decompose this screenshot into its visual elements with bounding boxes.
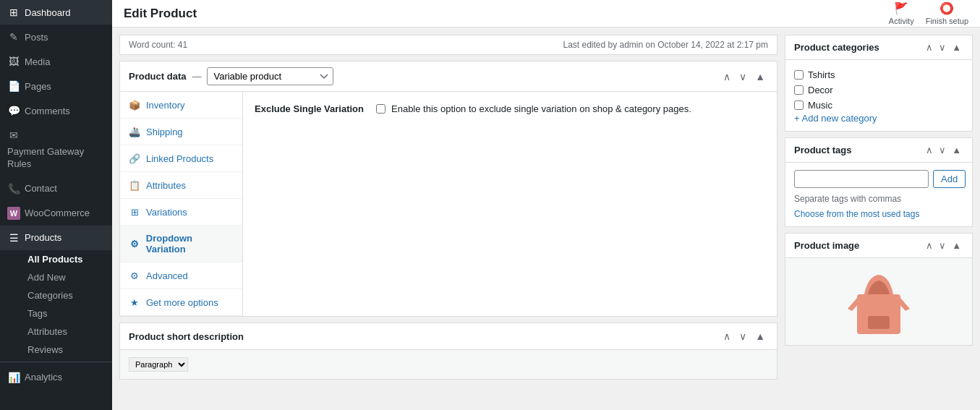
panel-nav: 📦 Inventory 🚢 Shipping 🔗 Linked Products <box>120 92 243 316</box>
page-title: Edit Product <box>124 7 197 21</box>
nav-item-dropdown-variation[interactable]: ⚙ Dropdown Variation <box>120 226 242 262</box>
sidebar-item-label: WooCommerce <box>25 208 90 218</box>
category-checkbox-music[interactable] <box>794 101 804 110</box>
tags-panel-header: Product tags ∧ ∨ ▲ <box>785 138 972 163</box>
linked-products-icon: 🔗 <box>129 153 140 164</box>
categories-up-button[interactable]: ∧ <box>924 41 935 54</box>
product-image-panel: Product image ∧ ∨ ▲ <box>785 233 973 346</box>
panel-down-button[interactable]: ∨ <box>736 69 749 84</box>
sidebar-item-contact[interactable]: 📞 Contact <box>0 176 112 201</box>
sidebar-item-dashboard[interactable]: ⊞ Dashboard <box>0 0 112 25</box>
panel-up-button[interactable]: ∧ <box>720 69 733 84</box>
nav-item-attributes[interactable]: 📋 Attributes <box>120 172 242 199</box>
short-description-body: Paragraph <box>120 350 777 379</box>
sidebar-divider <box>0 362 112 362</box>
add-new-category-link[interactable]: + Add new category <box>794 113 877 124</box>
nav-item-variations[interactable]: ⊞ Variations <box>120 199 242 226</box>
tags-up-button[interactable]: ∧ <box>924 144 935 156</box>
tags-panel-controls: ∧ ∨ ▲ <box>924 144 963 156</box>
tags-input[interactable] <box>794 170 929 188</box>
exclude-variation-label: Exclude Single Variation <box>255 103 370 114</box>
editor-format-select[interactable]: Paragraph <box>129 357 188 372</box>
short-desc-up-button[interactable]: ∧ <box>720 329 733 343</box>
main-area: Edit Product 🚩 Activity ⭕ Finish setup W… <box>112 0 980 410</box>
sidebar-item-products[interactable]: ☰ Products <box>0 226 112 250</box>
products-icon: ☰ <box>7 231 20 244</box>
payment-gateway-icon: ✉ <box>7 129 20 142</box>
sidebar-item-woocommerce[interactable]: W WooCommerce <box>0 201 112 226</box>
topbar-actions: 🚩 Activity ⭕ Finish setup <box>889 1 968 25</box>
product-image-placeholder[interactable] <box>785 258 972 345</box>
exclude-variation-text: Enable this option to exclude single var… <box>391 103 691 114</box>
sidebar-item-label: Media <box>25 56 50 67</box>
product-image-down-button[interactable]: ∨ <box>937 239 948 252</box>
variations-icon: ⊞ <box>129 206 140 218</box>
categories-expand-button[interactable]: ▲ <box>950 41 963 54</box>
shipping-icon: 🚢 <box>129 126 140 137</box>
exclude-variation-row: Exclude Single Variation Enable this opt… <box>255 103 765 114</box>
word-count-bar: Word count: 41 Last edited by admin on O… <box>119 35 777 55</box>
sidebar-sub-item-categories[interactable]: Categories <box>20 286 112 304</box>
sidebar-item-comments[interactable]: 💬 Comments <box>0 98 112 123</box>
right-sidebar: Product categories ∧ ∨ ▲ Tshirts Decor <box>785 35 973 403</box>
activity-label: Activity <box>889 17 914 25</box>
category-item-music: Music <box>794 98 963 113</box>
categories-down-button[interactable]: ∨ <box>937 41 948 54</box>
panel-body: 📦 Inventory 🚢 Shipping 🔗 Linked Products <box>120 92 777 316</box>
product-image-header: Product image ∧ ∨ ▲ <box>785 234 972 258</box>
nav-item-linked-products[interactable]: 🔗 Linked Products <box>120 145 242 172</box>
product-image-up-button[interactable]: ∧ <box>924 239 935 252</box>
finish-setup-button[interactable]: ⭕ Finish setup <box>926 1 968 25</box>
panel-controls: ∧ ∨ ▲ <box>720 69 768 84</box>
pages-icon: 📄 <box>7 80 20 93</box>
tags-expand-button[interactable]: ▲ <box>950 144 963 156</box>
sidebar-item-payment-gateway-rules[interactable]: ✉ Payment Gateway Rules <box>0 123 112 176</box>
tags-down-button[interactable]: ∨ <box>937 144 948 156</box>
media-icon: 🖼 <box>7 55 20 68</box>
exclude-variation-checkbox[interactable] <box>376 104 385 114</box>
posts-icon: ✎ <box>7 30 20 43</box>
nav-item-label: Get more options <box>146 297 218 308</box>
short-desc-down-button[interactable]: ∨ <box>736 329 749 343</box>
sidebar-sub-item-attributes[interactable]: Attributes <box>20 323 112 341</box>
dropdown-variation-icon: ⚙ <box>129 238 140 249</box>
short-description-header: Product short description ∧ ∨ ▲ <box>120 323 777 350</box>
sidebar-item-pages[interactable]: 📄 Pages <box>0 74 112 98</box>
sidebar-item-media[interactable]: 🖼 Media <box>0 49 112 74</box>
nav-item-inventory[interactable]: 📦 Inventory <box>120 92 242 119</box>
sidebar-sub-item-reviews[interactable]: Reviews <box>20 341 112 359</box>
word-count: Word count: 41 <box>129 40 187 50</box>
nav-item-label: Inventory <box>146 100 184 111</box>
category-checkbox-decor[interactable] <box>794 85 804 95</box>
sidebar-sub-item-add-new[interactable]: Add New <box>20 268 112 286</box>
nav-item-get-more-options[interactable]: ★ Get more options <box>120 289 242 316</box>
tags-choose-link[interactable]: Choose from the most used tags <box>794 209 919 219</box>
panel-expand-button[interactable]: ▲ <box>752 69 768 84</box>
sidebar-item-analytics[interactable]: 📊 Analytics <box>0 365 112 390</box>
category-checkbox-tshirts[interactable] <box>794 70 804 80</box>
panel-dash: — <box>192 71 201 82</box>
tags-add-button[interactable]: Add <box>933 170 966 188</box>
last-edited: Last edited by admin on October 14, 2022… <box>563 40 768 50</box>
nav-item-shipping[interactable]: 🚢 Shipping <box>120 119 242 145</box>
dashboard-icon: ⊞ <box>7 6 20 19</box>
sidebar-sub-item-tags[interactable]: Tags <box>20 304 112 323</box>
product-type-select[interactable]: Variable product Simple product Grouped … <box>207 67 333 85</box>
attributes-nav-icon: 📋 <box>129 179 140 191</box>
sidebar-sub-item-all-products[interactable]: All Products <box>20 250 112 268</box>
product-data-panel: Product data — Variable product Simple p… <box>119 61 777 317</box>
nav-item-advanced[interactable]: ⚙ Advanced <box>120 262 242 289</box>
tags-hint: Separate tags with commas <box>794 194 963 204</box>
tags-panel-body: Add Separate tags with commas Choose fro… <box>785 163 972 226</box>
activity-button[interactable]: 🚩 Activity <box>889 1 914 25</box>
nav-item-label: Variations <box>146 207 187 218</box>
product-image-title: Product image <box>794 240 924 251</box>
analytics-icon: 📊 <box>7 371 20 384</box>
product-image-body <box>785 258 972 345</box>
product-image-expand-button[interactable]: ▲ <box>950 239 963 252</box>
add-new-label: Add New <box>27 272 66 283</box>
tags-label: Tags <box>27 308 47 319</box>
advanced-icon: ⚙ <box>129 270 140 281</box>
short-desc-expand-button[interactable]: ▲ <box>752 329 768 343</box>
sidebar-item-posts[interactable]: ✎ Posts <box>0 25 112 49</box>
